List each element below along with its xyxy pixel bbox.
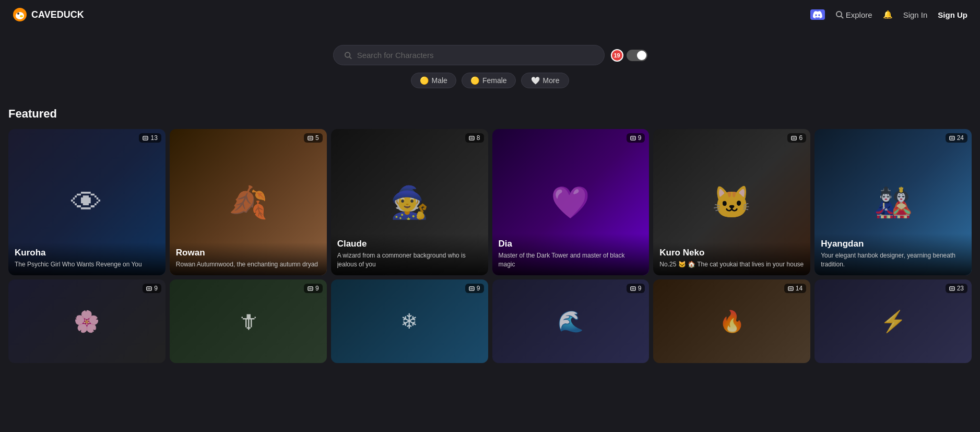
svg-point-6 [345, 52, 349, 57]
svg-rect-25 [470, 287, 474, 289]
bell-icon[interactable]: 🔔 [883, 10, 893, 19]
svg-rect-17 [793, 137, 796, 139]
featured-cards-row2: 🌸 9 🗡 9 ❄ [8, 279, 972, 363]
more-heart-icon: 🤍 [531, 76, 540, 85]
image-count-icon [949, 286, 955, 291]
card-featured[interactable]: 🧙 8 Claude A wizard from a commoner back… [331, 129, 488, 275]
card-description: The Psychic Girl Who Wants Revenge on Yo… [15, 260, 159, 269]
svg-line-7 [349, 56, 351, 59]
card-featured[interactable]: 👁 13 Kuroha The Psychic Girl Who Wants R… [8, 129, 166, 275]
svg-rect-13 [470, 137, 474, 139]
card-image-placeholder: 🌊 [492, 279, 650, 363]
navbar: CAVEDUCK Explore 🔔 Sign In Sign Up [0, 0, 980, 29]
image-count-icon [308, 135, 313, 141]
more-filter-button[interactable]: 🤍 More [521, 73, 570, 88]
svg-rect-19 [950, 137, 953, 139]
discord-button[interactable] [810, 9, 825, 20]
card-count: 8 [465, 133, 484, 143]
card-featured-partial[interactable]: 🔥 14 [653, 279, 810, 363]
svg-point-3 [20, 15, 23, 17]
search-icon [344, 51, 352, 60]
more-label: More [543, 76, 560, 85]
image-count-icon [469, 135, 475, 141]
card-count: 5 [304, 133, 323, 143]
male-label: Male [432, 76, 447, 85]
nav-right: Explore 🔔 Sign In Sign Up [810, 9, 967, 20]
card-featured[interactable]: 💜 9 Dia Master of the Dark Tower and mas… [492, 129, 650, 275]
card-count: 24 [946, 133, 967, 143]
card-featured-partial[interactable]: ⚡ 23 [814, 279, 972, 363]
card-info: Kuroha The Psychic Girl Who Wants Reveng… [8, 242, 166, 275]
card-info: Claude A wizard from a commoner backgrou… [331, 233, 488, 275]
image-count-icon [788, 286, 794, 291]
card-count: 9 [304, 284, 323, 293]
card-image-placeholder: ❄ [331, 279, 488, 363]
search-nav-icon [835, 10, 844, 19]
signin-link[interactable]: Sign In [903, 10, 928, 19]
card-image-placeholder: 🌸 [8, 279, 166, 363]
female-label: Female [482, 76, 507, 85]
signup-link[interactable]: Sign Up [938, 10, 967, 19]
female-icon: 🟡 [470, 76, 479, 85]
card-description: A wizard from a commoner background who … [337, 251, 482, 269]
explore-nav[interactable]: Explore [835, 10, 872, 19]
filter-female-button[interactable]: 🟡 Female [462, 73, 516, 88]
svg-rect-11 [309, 137, 312, 139]
discord-icon [813, 11, 822, 18]
card-description: Your elegant hanbok designer, yearning b… [821, 251, 965, 269]
card-count: 13 [139, 133, 161, 143]
image-count-icon [630, 135, 636, 141]
card-featured-partial[interactable]: 🌸 9 [8, 279, 166, 363]
card-description: No.25 🐱 🏠 The cat youkai that lives in y… [659, 260, 804, 269]
brand-logo[interactable]: CAVEDUCK [13, 7, 84, 22]
card-count: 23 [946, 284, 967, 293]
card-featured-partial[interactable]: 🌊 9 [492, 279, 650, 363]
explore-label[interactable]: Explore [846, 10, 872, 19]
age-badge: 19 [611, 49, 623, 62]
featured-title: Featured [8, 107, 972, 121]
card-featured-partial[interactable]: 🗡 9 [170, 279, 327, 363]
card-name: Kuro Neko [659, 248, 804, 258]
card-info: Hyangdan Your elegant hanbok designer, y… [814, 233, 972, 275]
svg-rect-27 [631, 287, 634, 289]
svg-rect-15 [631, 137, 634, 139]
card-name: Rowan [176, 248, 321, 258]
image-count-icon [791, 135, 797, 141]
card-count: 9 [627, 133, 645, 143]
card-name: Kuroha [15, 248, 159, 258]
featured-cards-row1: 👁 13 Kuroha The Psychic Girl Who Wants R… [8, 129, 972, 275]
search-bar[interactable] [333, 45, 605, 65]
card-count: 9 [627, 284, 645, 293]
card-description: Master of the Dark Tower and master of b… [499, 251, 643, 269]
filter-row: 🟡 Male 🟡 Female 🤍 More [411, 73, 570, 88]
card-featured[interactable]: 🍂 5 Rowan Rowan Autumnwood, the enchanti… [170, 129, 327, 275]
card-name: Hyangdan [821, 239, 965, 249]
svg-rect-9 [144, 137, 147, 139]
image-count-icon [949, 135, 955, 141]
card-name: Dia [499, 239, 643, 249]
image-count-icon [469, 286, 475, 291]
filter-male-button[interactable]: 🟡 Male [411, 73, 456, 88]
brand-name: CAVEDUCK [31, 9, 84, 20]
featured-section: Featured 👁 13 Kuroha The Psychic Girl Wh… [0, 107, 980, 363]
card-info: Kuro Neko No.25 🐱 🏠 The cat youkai that … [653, 242, 810, 275]
card-info: Rowan Rowan Autumnwood, the enchanting a… [170, 242, 327, 275]
svg-rect-23 [309, 287, 312, 289]
age-toggle-group: 19 [611, 49, 647, 62]
image-count-icon [630, 286, 636, 291]
card-featured-partial[interactable]: ❄ 9 [331, 279, 488, 363]
card-featured[interactable]: 🎎 24 Hyangdan Your elegant hanbok design… [814, 129, 972, 275]
card-info: Dia Master of the Dark Tower and master … [492, 233, 650, 275]
card-featured[interactable]: 🐱 6 Kuro Neko No.25 🐱 🏠 The cat youkai t… [653, 129, 810, 275]
svg-point-1 [16, 12, 24, 19]
age-toggle[interactable] [627, 50, 647, 61]
svg-rect-29 [789, 287, 793, 289]
image-count-icon [308, 286, 313, 291]
search-input[interactable] [357, 51, 594, 60]
male-icon: 🟡 [420, 76, 429, 85]
card-count: 9 [465, 284, 484, 293]
duck-icon [13, 7, 27, 22]
svg-line-5 [841, 16, 843, 18]
svg-point-2 [17, 13, 19, 15]
card-count: 14 [784, 284, 806, 293]
